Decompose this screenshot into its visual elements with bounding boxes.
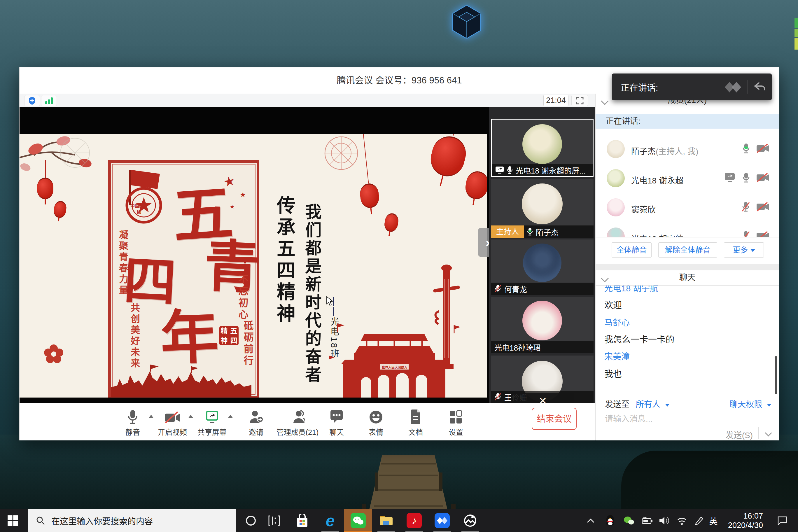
camera-off-icon[interactable] [756,231,769,237]
mute-label: 静音 [126,428,140,436]
divider [747,80,748,94]
share-options-caret[interactable] [228,415,233,418]
member-name: 陌子杰 [631,147,656,156]
chevron-down-icon[interactable] [601,274,609,282]
poster-left-cal-1: 凝聚青春力量 [116,230,130,296]
plum-blossom-emblem [40,341,67,367]
invite-button[interactable]: 邀请 [239,407,273,437]
mic-icon[interactable] [742,172,750,183]
tray-clock[interactable]: 16:07 2020/4/30 [728,511,763,530]
send-to-value[interactable]: 所有人 [636,400,660,409]
chat-permission-button[interactable]: 聊天权限 [729,398,772,410]
tray-qq[interactable] [601,509,620,532]
taskbar-app-explorer[interactable] [372,509,400,532]
task-view-button[interactable] [260,509,288,532]
video-tile-sharing[interactable]: 光电18 谢永超的屏... [491,119,593,177]
reply-arrow-icon[interactable] [753,81,766,93]
wechat-icon [623,516,634,525]
emoji-button[interactable]: 表情 [359,407,394,437]
share-screen-button[interactable]: 共享屏幕 [194,407,230,437]
camera-off-icon[interactable] [756,202,769,212]
action-center-button[interactable] [771,509,794,532]
manage-members-button[interactable]: 管理成员(21) [276,407,319,437]
tray-expand-button[interactable] [581,509,601,532]
fullscreen-button[interactable] [571,95,588,106]
mute-all-button[interactable]: 全体静音 [612,242,651,258]
more-button[interactable]: 更多 [724,242,764,258]
more-label: 更多 [733,246,748,254]
side-panel: 成员(21人) 正在讲话: 陌子杰(主持人, 我) [595,94,779,440]
taskbar-app-wechat-active[interactable] [344,509,372,532]
photos-icon [464,514,477,527]
video-tile[interactable]: 王伶姗 ✕ [491,356,593,403]
chat-header[interactable]: 聊天 [595,270,779,286]
video-tile-host[interactable]: 主持人 陌子杰 [491,179,593,238]
taskbar-app-edge[interactable]: e [316,509,344,532]
camera-off-icon[interactable] [756,144,769,153]
app-running-indicator [433,531,451,532]
member-row[interactable]: 窦菀欣 [595,193,779,222]
member-name: 窦菀欣 [631,205,656,214]
mute-options-caret[interactable] [149,415,154,418]
tray-wechat[interactable] [620,509,638,532]
caret-down-icon [767,404,772,406]
member-row[interactable]: 陌子杰(主持人, 我) [595,134,779,164]
poster-lantern-mid2 [383,212,400,233]
taskbar-app-meeting[interactable] [428,509,456,532]
camera-off-icon[interactable] [756,173,769,183]
send-button[interactable]: 发送(S) [726,429,753,440]
docs-button[interactable]: 文档 [398,407,433,437]
video-options-caret[interactable] [188,415,193,418]
manage-members-label: 管理成员(21) [277,428,319,436]
start-video-button[interactable]: 开启视频 [155,407,190,437]
taskbar-search[interactable]: 在这里输入你要搜索的内容 [28,509,236,532]
video-tile[interactable]: 何青龙 [491,240,593,295]
chat-button[interactable]: 聊天 [319,407,354,437]
send-options-caret[interactable] [765,429,772,436]
app-active-indicator [344,531,372,532]
share-statusbar: 21:04 [20,94,595,107]
settings-grid-icon [449,410,462,424]
start-button[interactable] [0,509,26,532]
invite-label: 邀请 [249,428,263,436]
chat-message-list[interactable]: 光电18 胡宇航 欢迎 马舒心 我怎么一卡一卡的 宋美潼 我也 [595,286,779,394]
member-row[interactable]: 光电18 胡宇航 [595,222,779,237]
chat-message: 我也 [604,367,622,379]
poster-card: 中国共青团 ★ ★ ★ ★ 五 青 四 年 凝聚青春力量 共创美好未来 不忘初心… [108,160,259,398]
taskbar-app-netease-music[interactable]: ♪ [400,509,428,532]
mute-button[interactable]: 静音 [115,407,150,437]
speaking-popup[interactable]: 正在讲话: [612,74,772,100]
mic-muted-icon[interactable] [742,231,750,237]
avatar [607,169,625,187]
taskbar-app-photos[interactable] [456,509,484,532]
member-row[interactable]: 光电18 谢永超 [595,164,779,193]
chat-input[interactable]: 请输入消息... [605,413,652,424]
end-meeting-button[interactable]: 结束会议 [532,408,577,430]
video-tile[interactable]: 光电18孙琦珺 [491,297,593,353]
tray-wifi[interactable] [673,509,691,532]
taskbar-app-store[interactable] [288,509,316,532]
settings-button[interactable]: 设置 [438,407,473,437]
meeting-security-button[interactable] [24,95,40,106]
tray-volume[interactable] [656,509,673,532]
tile-close-popup[interactable]: ✕ [511,393,574,403]
mic-muted-icon[interactable] [742,202,750,212]
task-view-icon [268,515,280,527]
tray-pen[interactable] [691,509,707,532]
poster-right-cal-1: 不忘初心 [236,274,250,321]
search-icon [36,516,45,525]
caret-down-icon[interactable] [665,404,670,406]
tray-battery[interactable] [638,509,656,532]
notification-icon [777,516,787,525]
unmute-all-button[interactable]: 解除全体静音 [658,242,717,258]
screen-share-icon[interactable] [724,172,736,183]
desktop-cube-logo[interactable] [449,3,484,41]
tray-input-language[interactable]: 英 [706,509,721,532]
chevron-down-icon[interactable] [601,97,609,105]
clock-date: 2020/4/30 [728,520,763,530]
mic-active-icon[interactable] [742,143,750,154]
member-suffix: (主持人, 我) [656,147,698,156]
camera-off-icon [164,411,180,424]
network-quality-button[interactable] [41,95,57,106]
avatar [522,124,562,164]
